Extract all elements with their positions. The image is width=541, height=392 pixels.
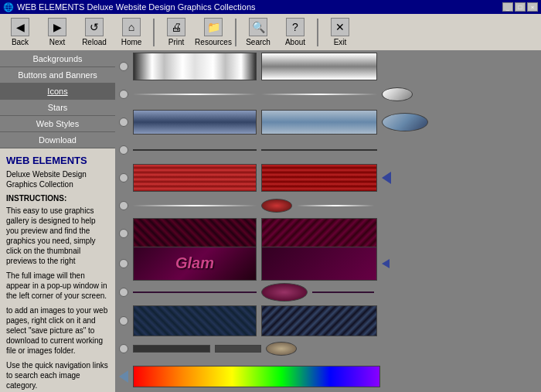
reload-label: Reload	[82, 38, 107, 46]
sidebar-item-backgrounds[interactable]: Backgrounds	[0, 51, 115, 67]
toolbar-separator-3	[317, 19, 318, 46]
thumb-2[interactable]	[119, 90, 128, 99]
graphics-row-3	[119, 110, 538, 135]
graphics-row-4	[119, 138, 538, 162]
sidebar-item-buttons[interactable]: Buttons and Banners	[0, 67, 115, 84]
sidebar-item-icons[interactable]: Icons	[0, 84, 115, 100]
thumb-6[interactable]	[119, 201, 128, 210]
graphic-line-dark-2[interactable]	[261, 149, 377, 151]
thumb-7[interactable]	[119, 229, 128, 238]
sidebar-subtitle: Deluxe Website Design Graphics Collectio…	[6, 169, 109, 189]
graphic-rainbow-bar[interactable]	[133, 366, 380, 387]
graphic-line-silver-3[interactable]	[133, 205, 257, 206]
graphic-line-silver-2[interactable]	[261, 94, 377, 95]
next-icon: ▶	[48, 18, 66, 36]
sidebar-item-download[interactable]: Download	[0, 132, 115, 148]
graphic-darkred-bar-1[interactable]	[133, 218, 257, 249]
home-label: Home	[121, 38, 142, 46]
thumb-4[interactable]	[119, 145, 128, 155]
graphics-row-11	[119, 336, 538, 361]
arrow-left-3[interactable]	[119, 370, 128, 383]
thumb-8[interactable]	[119, 259, 128, 268]
toolbar-separator-1	[153, 19, 155, 46]
close-button[interactable]: ×	[527, 2, 538, 12]
graphics-row-12	[119, 364, 538, 389]
graphic-oval-brown[interactable]	[266, 342, 297, 356]
resources-button[interactable]: 📁 Resources	[196, 18, 230, 46]
thumb-10[interactable]	[119, 316, 128, 326]
resources-label: Resources	[195, 38, 232, 46]
exit-button[interactable]: ✕ Exit	[323, 18, 357, 46]
home-button[interactable]: ⌂ Home	[114, 18, 148, 46]
about-label: About	[285, 38, 305, 46]
graphic-star-bar[interactable]	[133, 53, 257, 80]
graphics-row-6	[119, 193, 538, 218]
exit-label: Exit	[334, 38, 347, 46]
back-label: Back	[12, 38, 29, 46]
home-icon: ⌂	[122, 18, 141, 36]
graphic-darkblue-bar-1[interactable]	[133, 305, 257, 336]
graphic-line-silver-1[interactable]	[133, 94, 257, 95]
resources-icon: 📁	[204, 18, 223, 36]
minimize-button[interactable]: _	[502, 2, 513, 12]
graphic-oval-silver[interactable]	[382, 87, 413, 101]
graphic-line-purple[interactable]	[133, 291, 257, 293]
toolbar: ◀ Back ▶ Next ↺ Reload ⌂ Home 🖨 Print 📁 …	[0, 14, 541, 51]
thumb-3[interactable]	[119, 118, 128, 127]
graphic-red-bar-2[interactable]	[261, 164, 377, 192]
content-area[interactable]: ▲▲▲	[116, 51, 541, 392]
graphic-silver-bar-1[interactable]	[261, 53, 377, 80]
graphics-row-10	[119, 308, 538, 333]
graphic-line-dark-1[interactable]	[133, 149, 257, 151]
thumb-1[interactable]	[119, 62, 128, 71]
toolbar-separator-2	[235, 19, 236, 46]
sidebar-item-stars[interactable]: Stars	[0, 100, 115, 116]
reload-button[interactable]: ↺ Reload	[77, 18, 111, 46]
sidebar-item-webstyles[interactable]: Web Styles	[0, 116, 115, 132]
graphic-oval-red[interactable]	[261, 199, 292, 213]
graphic-text-bar[interactable]: Glam	[133, 247, 257, 281]
graphics-row-1: ▲▲▲	[119, 54, 538, 79]
graphic-darkred-bar-2[interactable]	[261, 218, 377, 249]
graphic-line-silver-4[interactable]	[297, 205, 374, 206]
thumb-9[interactable]	[119, 288, 128, 297]
thumb-11[interactable]	[119, 344, 128, 353]
arrow-left-2[interactable]	[382, 172, 391, 184]
graphic-line-purple-2[interactable]	[312, 291, 374, 293]
arrow-blue-left[interactable]	[382, 259, 390, 268]
print-icon: 🖨	[167, 18, 185, 36]
graphic-blue-bar[interactable]	[133, 110, 257, 135]
graphic-dark-thin[interactable]	[133, 345, 210, 353]
instructions-title: INSTRUCTIONS:	[6, 194, 109, 203]
graphic-red-bar-1[interactable]	[133, 164, 257, 192]
graphic-oval-purple[interactable]	[261, 283, 308, 302]
sidebar: Backgrounds Buttons and Banners Icons St…	[0, 51, 116, 392]
graphic-dark-thin-2[interactable]	[215, 345, 261, 353]
graphic-darkblue-bar-2[interactable]	[261, 305, 377, 336]
graphic-blue-bar-2[interactable]	[261, 110, 377, 135]
graphic-oval-blue[interactable]	[382, 113, 428, 131]
title-bar-buttons[interactable]: _ □ ×	[502, 2, 538, 12]
section-title: WEB ELEMENTS	[6, 155, 109, 166]
thumb-5[interactable]	[119, 173, 128, 182]
graphics-row-2	[119, 82, 538, 107]
back-button[interactable]: ◀ Back	[3, 18, 37, 46]
graphic-purple-bar[interactable]	[261, 247, 377, 281]
arrow-left-1[interactable]	[417, 88, 427, 101]
popup-text: The full image will then appear in a pop…	[6, 271, 109, 301]
search-icon: 🔍	[249, 18, 267, 36]
about-icon: ?	[286, 18, 305, 36]
nav-text: Use the quick navigation links to search…	[6, 360, 109, 390]
graphics-row-7	[119, 221, 538, 247]
maximize-button[interactable]: □	[515, 2, 526, 12]
search-button[interactable]: 🔍 Search	[241, 18, 275, 46]
graphics-row-8: Glam	[119, 250, 538, 278]
about-button[interactable]: ? About	[278, 18, 312, 46]
next-button[interactable]: ▶ Next	[40, 18, 74, 46]
graphics-row-5	[119, 165, 538, 190]
print-label: Print	[168, 38, 185, 46]
title-bar: 🌐 WEB ELEMENTS Deluxe Website Design Gra…	[0, 0, 541, 14]
next-label: Next	[49, 38, 66, 46]
search-label: Search	[246, 38, 270, 46]
print-button[interactable]: 🖨 Print	[159, 18, 193, 46]
